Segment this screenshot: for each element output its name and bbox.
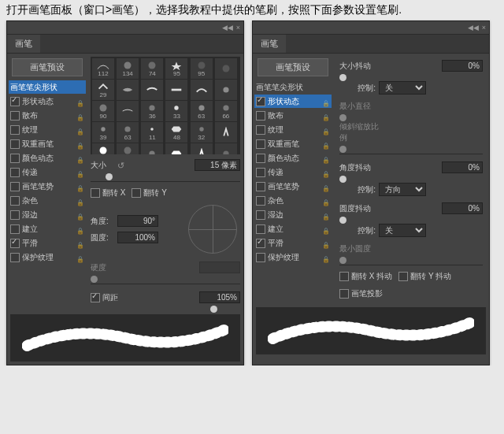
lock-icon — [322, 211, 330, 219]
lock-icon — [76, 112, 84, 120]
sidebar-tip-shape[interactable]: 画笔笔尖形状 — [254, 80, 332, 94]
reset-icon[interactable] — [117, 161, 127, 170]
svg-point-8 — [198, 105, 204, 110]
control-round-select[interactable]: 关 — [379, 224, 426, 237]
lock-icon — [76, 197, 84, 205]
main-settings: 112 134 74 95 95 29 90 36 33 63 66 39 63 — [87, 54, 243, 311]
lock-icon — [76, 126, 84, 134]
svg-point-5 — [100, 105, 107, 112]
sidebar-build[interactable]: 建立 — [9, 222, 86, 236]
control-size-select[interactable]: 关 — [379, 81, 426, 95]
svg-point-6 — [150, 105, 155, 110]
sidebar-tip-shape[interactable]: 画笔笔尖形状 — [9, 80, 86, 94]
sidebar-scatter[interactable]: 散布 — [254, 109, 332, 122]
flip-x-checkbox[interactable]: 翻转 X — [91, 187, 125, 198]
hardness-label: 硬度 — [91, 262, 114, 273]
lock-icon — [76, 154, 84, 162]
control-label: 控制: — [339, 225, 376, 236]
sidebar-smooth[interactable]: 平滑 — [9, 236, 86, 250]
size-label: 大小 — [91, 160, 114, 171]
size-jitter-label: 大小抖动 — [339, 61, 384, 72]
lock-icon — [322, 140, 330, 148]
tab-brush[interactable]: 画笔 — [7, 35, 40, 53]
round-jitter-label: 圆度抖动 — [339, 203, 384, 214]
sidebar-shape-dynamics[interactable]: 形状动态 — [9, 95, 86, 108]
lock-icon — [76, 169, 84, 176]
sidebar: 画笔预设 画笔笔尖形状 形状动态 散布 纹理 双重画笔 颜色动态 传递 画笔笔势… — [253, 54, 333, 304]
sidebar-wet-edges[interactable]: 湿边 — [9, 208, 86, 221]
lock-icon — [322, 197, 330, 205]
sidebar-pose[interactable]: 画笔笔势 — [9, 180, 86, 193]
svg-point-16 — [150, 150, 155, 154]
svg-point-15 — [124, 147, 132, 154]
panel-titlebar: ◀◀× — [253, 21, 489, 35]
brush-grid[interactable]: 112 134 74 95 95 29 90 36 33 63 66 39 63 — [91, 57, 240, 154]
brush-presets-button[interactable]: 画笔预设 — [258, 58, 328, 76]
lock-icon — [322, 126, 330, 134]
lock-icon — [322, 254, 330, 262]
svg-point-2 — [198, 62, 205, 69]
flipx-jitter-checkbox[interactable]: 翻转 X 抖动 — [339, 271, 392, 282]
sidebar-dual-brush[interactable]: 双重画笔 — [9, 137, 86, 150]
size-input[interactable] — [195, 159, 240, 171]
spacing-checkbox[interactable]: 间距 — [91, 292, 118, 303]
angle-input[interactable] — [117, 215, 158, 227]
lock-icon — [322, 98, 330, 106]
control-label: 控制: — [339, 184, 376, 195]
size-jitter-input[interactable] — [442, 60, 483, 72]
sidebar-color-dynamics[interactable]: 颜色动态 — [254, 151, 332, 165]
lock-icon — [76, 254, 84, 262]
sidebar-protect-texture[interactable]: 保护纹理 — [9, 250, 86, 264]
lock-icon — [322, 239, 330, 247]
lock-icon — [322, 154, 330, 162]
sidebar-transfer[interactable]: 传递 — [254, 165, 332, 179]
panel-titlebar: ◀◀× — [7, 21, 243, 35]
sidebar-noise[interactable]: 杂色 — [9, 194, 86, 207]
sidebar-smooth[interactable]: 平滑 — [254, 236, 332, 250]
svg-point-11 — [125, 126, 131, 132]
lock-icon — [76, 140, 84, 148]
sidebar-wet-edges[interactable]: 湿边 — [254, 208, 332, 221]
sidebar-dual-brush[interactable]: 双重画笔 — [254, 137, 332, 150]
sidebar-texture[interactable]: 纹理 — [9, 123, 86, 136]
lock-icon — [322, 225, 330, 233]
svg-point-17 — [223, 150, 228, 154]
svg-point-12 — [151, 128, 154, 131]
brush-presets-button[interactable]: 画笔预设 — [12, 58, 83, 76]
angle-jitter-input[interactable] — [442, 161, 483, 173]
control-angle-select[interactable]: 方向 — [379, 183, 426, 196]
sidebar-color-dynamics[interactable]: 颜色动态 — [9, 151, 86, 165]
brush-panel-right: ◀◀× 画笔 画笔预设 画笔笔尖形状 形状动态 散布 纹理 双重画笔 颜色动态 … — [252, 20, 490, 365]
sidebar-pose[interactable]: 画笔笔势 — [254, 180, 332, 193]
tilt-scale-label: 倾斜缩放比例 — [339, 121, 384, 143]
svg-point-9 — [223, 105, 228, 110]
control-label: 控制: — [339, 83, 376, 94]
angle-widget[interactable] — [188, 205, 237, 254]
instruction-text: 打开画笔面板（窗口>画笔），选择我教程中提供的笔刷，按照下面参数设置笔刷. — [0, 0, 504, 20]
roundness-label: 圆度: — [91, 232, 114, 243]
brush-projection-checkbox[interactable]: 画笔投影 — [339, 288, 483, 299]
flip-y-checkbox[interactable]: 翻转 Y — [132, 187, 166, 198]
sidebar-shape-dynamics[interactable]: 形状动态 — [254, 95, 332, 108]
min-round-label: 最小圆度 — [339, 243, 384, 254]
angle-label: 角度: — [91, 216, 114, 227]
roundness-input[interactable] — [117, 232, 158, 243]
sidebar-texture[interactable]: 纹理 — [254, 123, 332, 136]
flipy-jitter-checkbox[interactable]: 翻转 Y 抖动 — [398, 271, 451, 282]
sidebar-protect-texture[interactable]: 保护纹理 — [254, 250, 332, 264]
round-jitter-input[interactable] — [442, 202, 483, 214]
sidebar-scatter[interactable]: 散布 — [9, 109, 86, 122]
svg-point-14 — [100, 147, 107, 154]
shape-dynamics-settings: 大小抖动 控制:关 最小直径 倾斜缩放比例 角度抖动 控制:方向 圆度抖动 控制… — [333, 54, 489, 304]
sidebar-transfer[interactable]: 传递 — [9, 165, 86, 179]
sidebar-build[interactable]: 建立 — [254, 222, 332, 236]
spacing-input[interactable] — [199, 291, 240, 303]
svg-point-1 — [149, 62, 156, 69]
tab-brush[interactable]: 画笔 — [253, 35, 286, 53]
sidebar: 画笔预设 画笔笔尖形状 形状动态 散布 纹理 双重画笔 颜色动态 传递 画笔笔势… — [7, 54, 87, 311]
svg-point-10 — [101, 127, 105, 131]
min-diameter-label: 最小直径 — [339, 101, 384, 112]
svg-point-3 — [222, 65, 229, 72]
brush-preview — [256, 307, 486, 354]
sidebar-noise[interactable]: 杂色 — [254, 194, 332, 207]
